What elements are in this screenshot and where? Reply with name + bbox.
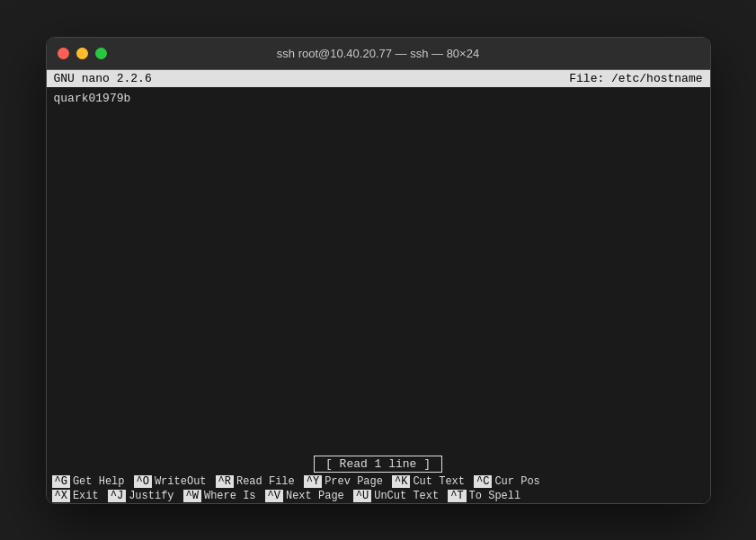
footer-label: Justify: [129, 490, 173, 502]
maximize-button[interactable]: [95, 48, 107, 59]
footer-key: ^U: [353, 490, 371, 502]
footer-key: ^Y: [304, 475, 322, 488]
footer-label: Prev Page: [325, 475, 383, 488]
nano-status-bar: [ Read 1 line ]: [47, 454, 710, 474]
footer-key: ^G: [52, 475, 70, 488]
footer-key: ^X: [52, 490, 70, 502]
footer-key: ^T: [448, 490, 466, 502]
traffic-lights: [58, 48, 107, 59]
terminal-window: ssh root@10.40.20.77 — ssh — 80×24 GNU n…: [46, 37, 711, 504]
footer-label: UnCut Text: [374, 490, 439, 502]
footer-item[interactable]: ^TTo Spell: [448, 490, 520, 502]
footer-item[interactable]: ^OWriteOut: [134, 475, 207, 488]
footer-key: ^J: [108, 490, 126, 502]
footer-key: ^W: [183, 490, 201, 502]
terminal-body[interactable]: GNU nano 2.2.6 File: /etc/hostname quark…: [47, 70, 710, 503]
footer-label: To Spell: [469, 490, 521, 502]
footer-label: Get Help: [73, 475, 125, 488]
content-line: quark01979b: [54, 91, 703, 107]
footer-label: WriteOut: [155, 475, 207, 488]
footer-label: Exit: [73, 490, 99, 502]
minimize-button[interactable]: [76, 48, 88, 59]
footer-item[interactable]: ^KCut Text: [392, 475, 465, 488]
nano-header: GNU nano 2.2.6 File: /etc/hostname: [47, 70, 710, 87]
titlebar: ssh root@10.40.20.77 — ssh — 80×24: [47, 38, 710, 70]
footer-label: Where Is: [204, 490, 256, 502]
footer-key: ^R: [216, 475, 234, 488]
footer-item[interactable]: ^XExit: [52, 490, 99, 502]
footer-key: ^V: [265, 490, 283, 502]
close-button[interactable]: [58, 48, 69, 59]
footer-row-2: ^XExit^JJustify^WWhere Is^VNext Page^UUn…: [47, 489, 710, 503]
footer-item[interactable]: ^WWhere Is: [183, 490, 256, 502]
nano-filename: File: /etc/hostname: [569, 72, 702, 85]
footer-item[interactable]: ^JJustify: [108, 490, 174, 502]
footer-key: ^K: [392, 475, 410, 488]
nano-version: GNU nano 2.2.6: [54, 72, 152, 85]
footer-item[interactable]: ^CCur Pos: [474, 475, 540, 488]
window-title: ssh root@10.40.20.77 — ssh — 80×24: [277, 47, 479, 60]
footer-item[interactable]: ^GGet Help: [52, 475, 125, 488]
footer-key: ^C: [474, 475, 492, 488]
footer-item[interactable]: ^UUnCut Text: [353, 490, 439, 502]
footer-label: Next Page: [286, 490, 344, 502]
footer-item[interactable]: ^VNext Page: [265, 490, 344, 502]
footer-label: Cur Pos: [494, 475, 539, 488]
nano-footer: ^GGet Help^OWriteOut^RRead File^YPrev Pa…: [47, 474, 710, 503]
footer-label: Read File: [236, 475, 295, 488]
nano-content[interactable]: quark01979b: [47, 87, 710, 454]
footer-key: ^O: [134, 475, 152, 488]
footer-label: Cut Text: [413, 475, 465, 488]
footer-item[interactable]: ^RRead File: [216, 475, 295, 488]
status-message: [ Read 1 line ]: [314, 456, 442, 473]
footer-item[interactable]: ^YPrev Page: [304, 475, 383, 488]
footer-row-1: ^GGet Help^OWriteOut^RRead File^YPrev Pa…: [47, 474, 710, 489]
